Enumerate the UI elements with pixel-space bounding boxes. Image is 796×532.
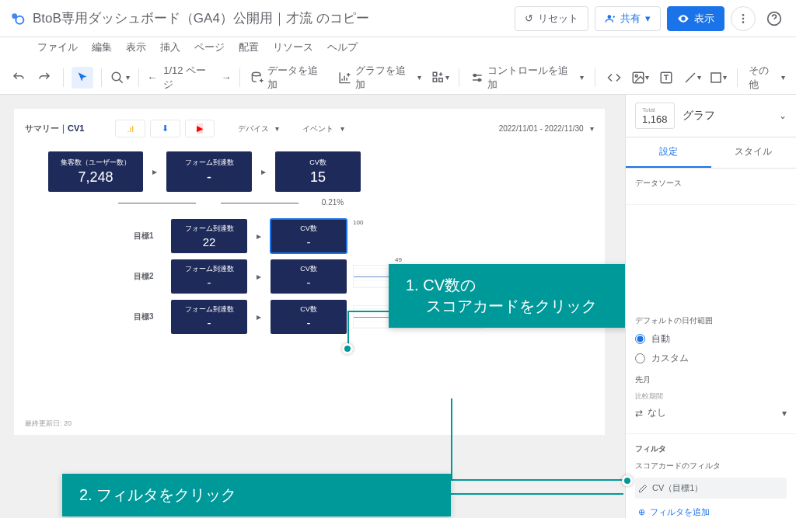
person-add-icon <box>605 13 616 24</box>
svg-point-8 <box>252 72 260 75</box>
device-filter[interactable]: デバイス ▾ <box>238 123 279 134</box>
svg-point-7 <box>112 72 120 81</box>
eye-icon <box>677 12 690 25</box>
svg-point-1 <box>16 16 23 23</box>
chart-plus-icon <box>338 71 352 85</box>
page-navigator: ← 1/12 ページ → <box>147 64 231 92</box>
community-viz-button[interactable]: ▾ <box>429 67 451 89</box>
select-tool[interactable] <box>72 67 93 89</box>
report-header: サマリー｜CV1 .ıl ⬇ ▶ デバイス ▾ イベント ▾ 2022/11/0… <box>25 120 594 137</box>
filter-section: フィルタ スコアカードのフィルタ CV（目標1） ⊕フィルタを追加 <box>626 434 796 518</box>
redo-button[interactable] <box>34 67 56 89</box>
annotation-connector <box>347 311 391 312</box>
funnel-arrow: ▸ <box>149 166 160 177</box>
database-plus-icon <box>251 71 265 85</box>
shape-button[interactable]: ▾ <box>707 67 729 89</box>
app-header: BtoB専用ダッシュボード（GA4）公開用｜才流 のコピー ↺リセット 共有▾ … <box>0 0 796 37</box>
square-icon <box>709 71 723 85</box>
text-button[interactable] <box>655 67 677 89</box>
goal-row-1: 目標1 フォーム到達数22 ▸ CV数- 100 <box>134 219 594 253</box>
menu-file[interactable]: ファイル <box>37 40 78 54</box>
scorecard-goal2-form[interactable]: フォーム到達数- <box>171 259 247 294</box>
main-area: サマリー｜CV1 .ıl ⬇ ▶ デバイス ▾ イベント ▾ 2022/11/0… <box>0 95 796 518</box>
scorecard-cv[interactable]: CV数 15 <box>275 151 361 192</box>
chart-type-preview[interactable]: Total 1,168 <box>635 103 675 129</box>
image-button[interactable]: ▾ <box>629 67 651 89</box>
compare-period-select[interactable]: ⇄なし ▾ <box>635 402 787 424</box>
menu-page[interactable]: ページ <box>194 40 225 54</box>
svg-point-12 <box>473 74 476 76</box>
date-range-filter[interactable]: 2022/11/01 - 2022/11/30 ▾ <box>499 124 594 133</box>
funnel-row: 集客数（ユーザー数） 7,248 ▸ フォーム到達数 - ▸ CV数 15 49 <box>48 151 594 192</box>
image-icon <box>631 71 645 85</box>
summary-label: サマリー｜CV1 <box>25 123 84 134</box>
more-vert-icon <box>737 12 749 25</box>
share-button[interactable]: 共有▾ <box>595 6 661 31</box>
svg-rect-9 <box>433 72 437 76</box>
cursor-icon <box>76 71 89 84</box>
zoom-icon <box>110 71 124 85</box>
other-menu[interactable]: その他▾ <box>745 64 788 92</box>
add-chart-button[interactable]: グラフを追加▾ <box>335 64 424 92</box>
add-filter-button[interactable]: ⊕フィルタを追加 <box>635 502 787 518</box>
datasource-yt-button[interactable]: ▶ <box>185 120 215 137</box>
menu-view[interactable]: 表示 <box>126 40 146 54</box>
help-icon <box>766 11 782 26</box>
annotation-connector <box>451 479 623 481</box>
pencil-icon <box>638 484 648 493</box>
chevron-down-icon[interactable]: ⌄ <box>779 110 787 121</box>
date-custom-radio[interactable]: カスタム <box>635 352 787 365</box>
undo-button[interactable] <box>8 67 30 89</box>
next-page-button[interactable]: → <box>222 71 232 83</box>
datasource-ga-button[interactable]: .ıl <box>115 120 145 137</box>
tab-style[interactable]: スタイル <box>711 137 797 168</box>
menu-edit[interactable]: 編集 <box>92 40 112 54</box>
looker-studio-logo-icon <box>9 11 25 26</box>
scorecard-goal3-form[interactable]: フォーム到達数- <box>171 300 247 334</box>
svg-point-15 <box>635 75 637 77</box>
scorecard-goal2-cv[interactable]: CV数- <box>271 259 347 294</box>
annotation-dot-1 <box>342 343 353 354</box>
line-icon <box>683 71 697 85</box>
chart-annotation-value: 100 <box>353 219 363 226</box>
prev-page-button[interactable]: ← <box>147 71 157 83</box>
page-indicator: 1/12 ページ <box>163 64 215 92</box>
annotation-2: 2. フィルタをクリック <box>62 474 451 516</box>
text-icon <box>659 71 673 85</box>
scorecard-users[interactable]: 集客数（ユーザー数） 7,248 <box>48 151 143 192</box>
redo-icon <box>37 71 51 85</box>
scorecard-form[interactable]: フォーム到達数 - <box>166 151 252 192</box>
zoom-button[interactable]: ▾ <box>110 67 131 89</box>
embed-button[interactable] <box>603 67 625 89</box>
panel-header: Total 1,168 グラフ ⌄ <box>626 95 796 137</box>
scorecard-goal1-cv[interactable]: CV数- <box>271 219 347 253</box>
annotation-dot-2 <box>622 475 633 486</box>
view-button[interactable]: 表示 <box>667 6 724 31</box>
properties-panel: Total 1,168 グラフ ⌄ 設定 スタイル データソース デフォルトの日… <box>625 95 796 518</box>
menu-resource[interactable]: リソース <box>273 40 313 54</box>
filter-item-cv-goal1[interactable]: CV（目標1） <box>635 478 787 499</box>
menu-arrange[interactable]: 配置 <box>239 40 259 54</box>
scorecard-goal3-cv[interactable]: CV数- <box>271 300 347 334</box>
more-options-button[interactable] <box>731 6 756 31</box>
menu-insert[interactable]: 挿入 <box>160 40 180 54</box>
scorecard-goal1-form[interactable]: フォーム到達数22 <box>171 219 247 253</box>
svg-rect-11 <box>438 78 442 82</box>
line-button[interactable]: ▾ <box>682 67 703 89</box>
add-data-button[interactable]: データを追加 <box>248 64 331 92</box>
menu-help[interactable]: ヘルプ <box>327 40 358 54</box>
canvas[interactable]: サマリー｜CV1 .ıl ⬇ ▶ デバイス ▾ イベント ▾ 2022/11/0… <box>0 95 625 518</box>
add-control-button[interactable]: コントロールを追加▾ <box>467 64 587 92</box>
svg-rect-17 <box>711 73 721 82</box>
tab-setup[interactable]: 設定 <box>626 137 711 168</box>
help-button[interactable] <box>762 6 787 31</box>
datasource-section: データソース <box>626 169 796 205</box>
event-filter[interactable]: イベント ▾ <box>302 123 344 134</box>
date-range-section: デフォルトの日付範囲 自動 カスタム 先月 比較期間 ⇄なし ▾ <box>626 306 796 434</box>
datasource-fb-button[interactable]: ⬇ <box>150 120 180 137</box>
report-title[interactable]: BtoB専用ダッシュボード（GA4）公開用｜才流 のコピー <box>33 9 508 27</box>
svg-point-4 <box>742 17 745 19</box>
date-auto-radio[interactable]: 自動 <box>635 332 787 346</box>
reset-button[interactable]: ↺リセット <box>515 6 588 31</box>
svg-point-13 <box>478 78 480 81</box>
